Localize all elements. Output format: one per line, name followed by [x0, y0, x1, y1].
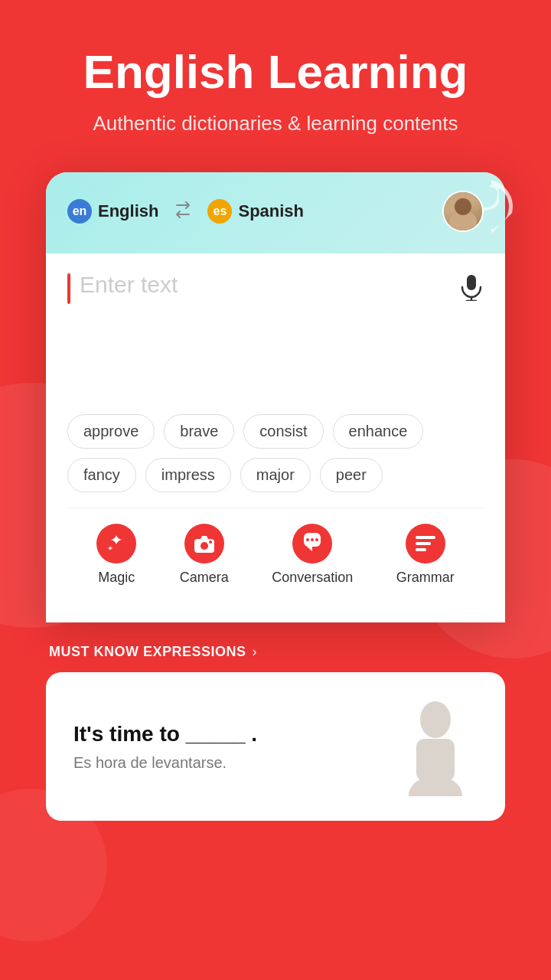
nav-camera[interactable]: Camera	[180, 524, 229, 586]
expression-main: It's time to _____ .	[73, 722, 393, 746]
svg-point-9	[315, 538, 318, 541]
content-wrapper: English Learning Authentic dictionaries …	[0, 0, 551, 821]
source-language-item[interactable]: en English	[67, 199, 158, 224]
english-flag: en	[67, 199, 92, 224]
conversation-icon	[292, 524, 332, 564]
svg-rect-10	[416, 536, 435, 539]
text-input-area[interactable]: Enter text	[67, 253, 484, 322]
language-selector: en English es Spanish	[67, 199, 304, 224]
input-placeholder-text: Enter text	[80, 272, 450, 298]
grammar-icon	[406, 524, 445, 564]
page-subtitle: Authentic dictionaries & learning conten…	[63, 112, 489, 136]
expressions-section: MUST KNOW EXPRESSIONS › It's time to ___…	[46, 644, 505, 821]
conversation-label: Conversation	[272, 570, 353, 586]
nav-conversation[interactable]: Conversation	[272, 524, 353, 586]
card-header: en English es Spanish	[46, 172, 505, 253]
section-title: MUST KNOW EXPRESSIONS	[49, 644, 246, 660]
magic-label: Magic	[98, 570, 135, 586]
card-body: Enter text approve brave consist enhance	[46, 253, 505, 622]
nav-grammar[interactable]: Grammar	[396, 524, 455, 586]
svg-point-13	[420, 701, 451, 738]
person-silhouette	[393, 697, 478, 796]
chip-fancy[interactable]: fancy	[67, 458, 136, 492]
translator-card: en English es Spanish	[46, 172, 505, 622]
svg-point-7	[306, 538, 309, 541]
chip-enhance[interactable]: enhance	[333, 414, 424, 449]
nav-magic[interactable]: Magic	[96, 524, 136, 586]
target-language-label: Spanish	[238, 201, 304, 221]
section-arrow-icon[interactable]: ›	[253, 644, 257, 660]
svg-rect-11	[416, 542, 431, 545]
target-language-item[interactable]: es Spanish	[207, 199, 304, 224]
chip-consist[interactable]: consist	[243, 414, 323, 449]
expression-text: It's time to _____ . Es hora de levantar…	[73, 722, 393, 772]
svg-point-8	[311, 538, 314, 541]
expression-card[interactable]: It's time to _____ . Es hora de levantar…	[46, 672, 505, 821]
page-title: English Learning	[53, 46, 499, 98]
source-language-label: English	[98, 201, 158, 221]
input-spacer	[67, 322, 484, 414]
microphone-icon[interactable]	[459, 273, 484, 307]
suggestion-chips: approve brave consist enhance fancy impr…	[67, 414, 484, 508]
curl-decoration	[461, 178, 499, 217]
magic-icon	[96, 524, 136, 564]
expression-translation: Es hora de levantarse.	[73, 754, 393, 772]
chip-impress[interactable]: impress	[145, 458, 231, 492]
bottom-nav: Magic Camera	[67, 508, 484, 607]
chip-major[interactable]: major	[240, 458, 311, 492]
camera-label: Camera	[180, 570, 229, 586]
svg-point-4	[201, 542, 208, 550]
section-header: MUST KNOW EXPRESSIONS ›	[46, 644, 505, 660]
svg-rect-14	[416, 739, 455, 781]
spanish-flag: es	[207, 199, 232, 224]
text-cursor	[67, 273, 70, 304]
camera-icon	[184, 524, 224, 564]
svg-rect-0	[467, 275, 476, 290]
svg-rect-12	[416, 548, 426, 551]
chip-approve[interactable]: approve	[67, 414, 155, 449]
chip-brave[interactable]: brave	[164, 414, 234, 449]
grammar-label: Grammar	[396, 570, 455, 586]
chip-peer[interactable]: peer	[320, 458, 383, 492]
swap-languages-icon[interactable]	[172, 201, 194, 222]
svg-point-5	[209, 541, 212, 544]
